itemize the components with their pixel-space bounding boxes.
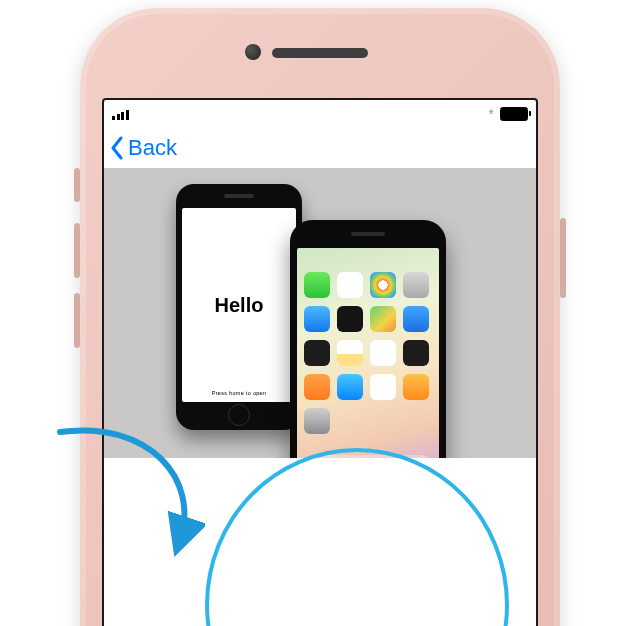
app-facetime-icon — [304, 272, 330, 298]
dock — [306, 455, 430, 458]
app-health-icon — [370, 374, 396, 400]
homescreen-phone-graphic — [290, 220, 446, 458]
page-dots-icon — [297, 448, 439, 452]
press-home-text: Press home to open — [212, 390, 267, 396]
front-camera — [245, 44, 261, 60]
device-frame: * Back Hello Press home to open — [80, 8, 560, 626]
status-bar: * — [104, 100, 536, 128]
chevron-left-icon[interactable] — [110, 136, 124, 160]
home-button-icon — [228, 404, 250, 426]
cell-signal-icon — [112, 108, 129, 120]
volume-up-button — [74, 223, 80, 278]
app-calendar-icon — [337, 272, 363, 298]
battery-icon — [500, 107, 528, 121]
app-ibooks-icon — [304, 374, 330, 400]
nav-bar: Back — [104, 128, 536, 168]
hello-phone-graphic: Hello Press home to open — [176, 184, 302, 430]
mute-switch — [74, 168, 80, 202]
bluetooth-icon: * — [489, 106, 494, 122]
app-home-icon — [403, 374, 429, 400]
power-button — [560, 218, 566, 298]
back-button[interactable]: Back — [128, 135, 177, 161]
app-camera-icon — [403, 272, 429, 298]
setup-illustration: Hello Press home to open — [104, 168, 536, 458]
app-weather-icon — [403, 306, 429, 332]
earpiece-speaker — [272, 48, 368, 58]
app-appstore-icon — [337, 374, 363, 400]
app-mail-icon — [304, 306, 330, 332]
app-notes-icon — [337, 340, 363, 366]
app-maps-icon — [370, 306, 396, 332]
hello-text: Hello — [215, 294, 264, 317]
app-stocks-icon — [403, 340, 429, 366]
device-screen: * Back Hello Press home to open — [102, 98, 538, 626]
app-wallet-icon — [304, 340, 330, 366]
app-clock-icon — [337, 306, 363, 332]
app-photos-icon — [370, 272, 396, 298]
app-reminders-icon — [370, 340, 396, 366]
app-settings-icon — [304, 408, 330, 434]
volume-down-button — [74, 293, 80, 348]
